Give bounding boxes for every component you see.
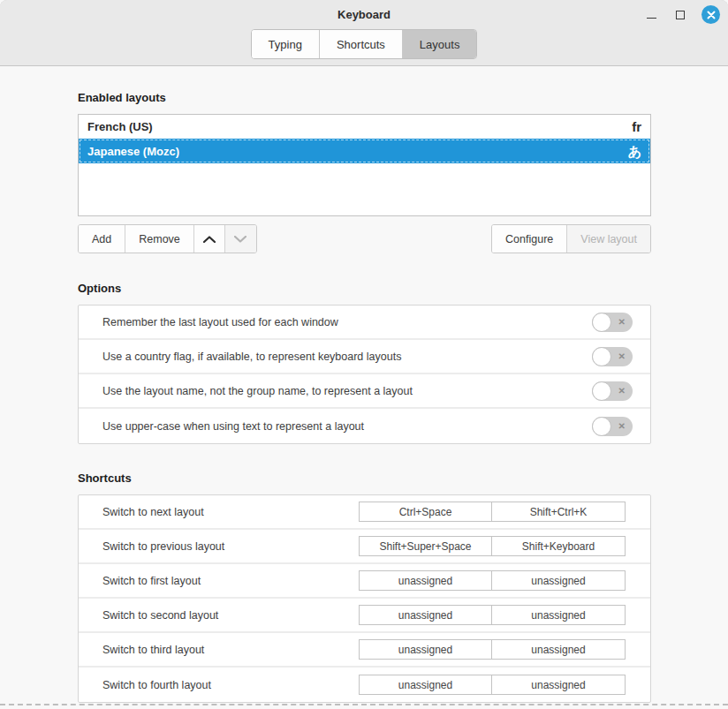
minimize-icon (647, 18, 656, 19)
shortcut-row-fourth-layout: Switch to fourth layout unassigned unass… (79, 668, 650, 702)
shortcut-label: Switch to third layout (102, 644, 204, 656)
move-up-button[interactable] (194, 225, 225, 253)
toggle-off-icon: ✕ (618, 422, 626, 431)
layout-name-toggle[interactable]: ✕ (592, 381, 633, 401)
keybinding-cell[interactable]: Shift+Keyboard (492, 536, 626, 556)
option-label: Use a country flag, if available, to rep… (102, 351, 401, 363)
layout-indicator-ja: あ (628, 145, 641, 158)
toggle-knob (592, 347, 611, 366)
tab-group: Typing Shortcuts Layouts (251, 29, 478, 59)
list-item-french[interactable]: French (US) fr (79, 115, 650, 139)
configure-button[interactable]: Configure (492, 225, 567, 253)
list-item-japanese[interactable]: Japanese (Mozc) あ (79, 139, 650, 163)
option-label: Use upper-case when using text to repres… (102, 420, 364, 433)
remove-button[interactable]: Remove (125, 225, 194, 253)
add-button[interactable]: Add (79, 225, 125, 253)
keybinding-cell[interactable]: unassigned (359, 639, 492, 660)
shortcut-label: Switch to previous layout (102, 540, 224, 553)
minimize-button[interactable] (643, 7, 659, 23)
maximize-icon (676, 11, 685, 19)
keybinding-pair: unassigned unassigned (359, 570, 626, 591)
enabled-layouts-heading: Enabled layouts (78, 66, 651, 114)
tab-shortcuts[interactable]: Shortcuts (320, 30, 403, 58)
enabled-layouts-list: French (US) fr Japanese (Mozc) あ (78, 114, 651, 216)
view-layout-button[interactable]: View layout (567, 225, 650, 253)
layout-label: French (US) (87, 120, 153, 133)
toggle-knob (592, 381, 611, 401)
chevron-up-icon (203, 236, 216, 243)
shortcut-row-previous-layout: Switch to previous layout Shift+Super+Sp… (79, 530, 650, 564)
keybinding-cell[interactable]: unassigned (359, 605, 492, 625)
option-row-layout-name: Use the layout name, not the group name,… (79, 374, 650, 409)
keybinding-cell[interactable]: unassigned (492, 605, 626, 625)
shortcut-label: Switch to next layout (102, 506, 204, 518)
keybinding-pair: unassigned unassigned (359, 605, 626, 625)
layout-label: Japanese (Mozc) (87, 145, 179, 158)
window-controls (643, 0, 720, 29)
window-header: Keyboard Typing Shortcuts Layouts (0, 0, 728, 66)
configure-button-group: Configure View layout (491, 224, 651, 253)
shortcut-row-first-layout: Switch to first layout unassigned unassi… (79, 564, 650, 599)
shortcut-row-next-layout: Switch to next layout Ctrl+Space Shift+C… (79, 495, 650, 530)
tab-bar: Typing Shortcuts Layouts (0, 29, 728, 59)
chevron-down-icon (234, 236, 246, 243)
keybinding-cell[interactable]: Shift+Super+Space (359, 536, 492, 556)
keyboard-settings-window: Keyboard Typing Shortcuts Layouts (0, 0, 728, 709)
toggle-knob (592, 417, 611, 436)
layout-list-actions: Add Remove Configure View layout (78, 224, 651, 253)
upper-case-toggle[interactable]: ✕ (592, 417, 633, 436)
keybinding-cell[interactable]: unassigned (492, 675, 626, 695)
layouts-page: Enabled layouts French (US) fr Japanese … (0, 66, 728, 703)
keybinding-cell[interactable]: unassigned (492, 570, 626, 591)
shortcuts-panel: Switch to next layout Ctrl+Space Shift+C… (78, 494, 651, 703)
option-label: Remember the last layout used for each w… (102, 316, 338, 328)
keybinding-cell[interactable]: Shift+Ctrl+K (492, 502, 626, 522)
keybinding-pair: unassigned unassigned (359, 675, 626, 695)
close-button[interactable] (701, 5, 720, 24)
layout-indicator-fr: fr (632, 120, 641, 133)
maximize-button[interactable] (672, 7, 688, 23)
tab-typing[interactable]: Typing (252, 30, 320, 58)
keybinding-pair: Ctrl+Space Shift+Ctrl+K (359, 502, 626, 522)
keybinding-cell[interactable]: Ctrl+Space (359, 502, 492, 522)
close-icon (707, 11, 716, 19)
country-flag-toggle[interactable]: ✕ (592, 347, 633, 366)
shortcut-row-third-layout: Switch to third layout unassigned unassi… (79, 633, 650, 668)
toggle-off-icon: ✕ (618, 387, 626, 396)
window-title: Keyboard (337, 8, 391, 21)
options-heading: Options (78, 253, 651, 305)
edit-button-group: Add Remove (78, 224, 257, 253)
toggle-off-icon: ✕ (618, 352, 626, 361)
toggle-knob (592, 313, 611, 332)
toggle-off-icon: ✕ (618, 318, 626, 327)
shortcut-label: Switch to second layout (102, 609, 218, 622)
option-row-remember-last-layout: Remember the last layout used for each w… (79, 305, 650, 340)
option-row-country-flag: Use a country flag, if available, to rep… (79, 340, 650, 374)
keybinding-pair: unassigned unassigned (359, 639, 626, 660)
tab-layouts[interactable]: Layouts (403, 30, 477, 58)
shortcut-row-second-layout: Switch to second layout unassigned unass… (79, 599, 650, 633)
keybinding-cell[interactable]: unassigned (359, 675, 492, 695)
option-row-upper-case: Use upper-case when using text to repres… (79, 409, 650, 443)
scroll-undershoot-indicator (0, 704, 728, 705)
keybinding-cell[interactable]: unassigned (492, 639, 626, 660)
move-down-button[interactable] (225, 225, 256, 253)
titlebar[interactable]: Keyboard (0, 0, 728, 29)
options-panel: Remember the last layout used for each w… (78, 305, 651, 444)
shortcuts-heading: Shortcuts (78, 444, 651, 494)
keybinding-cell[interactable]: unassigned (359, 570, 492, 591)
option-label: Use the layout name, not the group name,… (102, 385, 413, 397)
shortcut-label: Switch to fourth layout (102, 679, 211, 691)
remember-last-layout-toggle[interactable]: ✕ (592, 313, 633, 332)
keybinding-pair: Shift+Super+Space Shift+Keyboard (359, 536, 626, 556)
shortcut-label: Switch to first layout (102, 575, 201, 587)
